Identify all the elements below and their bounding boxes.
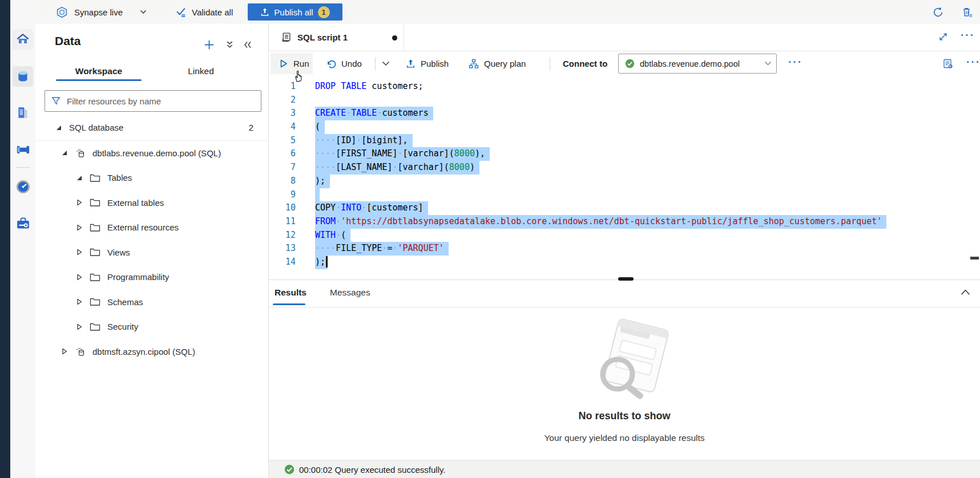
toolbar-more-actions-icon[interactable]: ···	[788, 56, 802, 68]
collapsed-arrow-icon[interactable]	[76, 274, 83, 281]
empty-state-title: No results to show	[269, 410, 980, 422]
nav-data-button[interactable]	[13, 66, 33, 87]
pool-dropdown[interactable]: dbtlabs.revenue.demo.pool	[618, 54, 777, 74]
tree-item-views[interactable]: Views	[35, 240, 268, 265]
sql-code-editor[interactable]: 1DROP TABLE customers;23CREATE·TABLE·cus…	[269, 76, 980, 282]
collapsed-arrow-icon[interactable]	[76, 249, 83, 256]
code-line-11[interactable]: 11FROM·'https://dbtlabsynapsedatalake.bl…	[269, 215, 980, 229]
unsaved-changes-dot	[392, 35, 397, 40]
tab-linked[interactable]: Linked	[178, 62, 224, 81]
pool-chevron-icon	[764, 61, 772, 66]
collapsed-arrow-icon[interactable]	[76, 224, 83, 231]
editor-tab-strip: SQL script 1 ···	[269, 24, 980, 51]
code-line-6[interactable]: 6····[FIRST_NAME]·[varchar](8000),	[269, 147, 980, 161]
publish-all-button[interactable]: Publish all 1	[248, 3, 342, 21]
tree-item-label: Tables	[107, 173, 132, 183]
line-number: 5	[269, 134, 296, 148]
discard-all-icon[interactable]	[961, 0, 973, 24]
panel-splitter-handle[interactable]	[618, 277, 634, 281]
code-line-5[interactable]: 5····[ID]·[bigint],	[269, 134, 980, 148]
code-text-selected	[315, 188, 320, 202]
collapse-panel-button[interactable]	[241, 38, 255, 51]
tab-sql-script-1[interactable]: SQL script 1	[269, 24, 404, 50]
sql-script-icon	[281, 32, 292, 43]
line-number: 14	[269, 256, 296, 269]
expand-editor-icon[interactable]	[938, 31, 949, 42]
tree-item-security[interactable]: Security	[35, 314, 268, 339]
query-plan-button[interactable]: Query plan	[469, 51, 526, 76]
tree-item-sql-database[interactable]: SQL database2	[35, 115, 268, 141]
expand-all-button[interactable]	[223, 38, 236, 51]
tab-more-actions-icon[interactable]: ···	[961, 29, 975, 42]
code-line-4[interactable]: 4(	[269, 120, 980, 134]
collapsed-arrow-icon[interactable]	[76, 298, 83, 305]
code-text-selected: );	[315, 256, 328, 269]
filter-input[interactable]	[66, 96, 261, 107]
tree-item-external-tables[interactable]: External tables	[35, 191, 268, 216]
collapsed-arrow-icon[interactable]	[61, 348, 68, 355]
tree-item-programmability[interactable]: Programmability	[35, 265, 268, 290]
folder-icon	[90, 322, 100, 331]
results-panel: Results Messages No results to s	[269, 280, 980, 460]
tab-results[interactable]: Results	[275, 280, 306, 305]
nav-home-button[interactable]	[13, 29, 33, 50]
code-line-14[interactable]: 14);	[269, 256, 980, 269]
code-text-selected: (	[315, 120, 325, 134]
line-number: 1	[269, 80, 296, 94]
document-icon	[15, 106, 30, 120]
code-line-3[interactable]: 3CREATE·TABLE·customers	[269, 107, 980, 120]
properties-button[interactable]	[942, 51, 954, 76]
tree-item-dbtmsft-azsyn-cipool-sql[interactable]: dbtmsft.azsyn.cipool (SQL)	[35, 339, 268, 364]
code-line-2[interactable]: 2	[269, 94, 980, 107]
code-line-8[interactable]: 8);	[269, 175, 980, 188]
nav-develop-button[interactable]	[13, 103, 33, 123]
nav-integrate-button[interactable]	[13, 139, 33, 160]
toolbox-icon	[15, 216, 31, 231]
overview-ruler-mark	[970, 257, 979, 260]
collapsed-arrow-icon[interactable]	[76, 323, 83, 330]
chevron-down-icon	[382, 61, 390, 66]
code-line-12[interactable]: 12WITH·(	[269, 229, 980, 242]
tree-item-dbtlabs-revenue-demo-pool-sql[interactable]: dbtlabs.revenue.demo.pool (SQL)	[35, 141, 268, 166]
line-number: 10	[269, 201, 296, 215]
nav-monitor-button[interactable]	[13, 176, 33, 197]
expanded-arrow-icon[interactable]	[55, 124, 62, 131]
code-line-9[interactable]: 9	[269, 188, 980, 202]
tab-messages[interactable]: Messages	[330, 280, 370, 305]
nav-manage-button[interactable]	[13, 213, 33, 233]
expanded-arrow-icon[interactable]	[76, 175, 83, 181]
tree-item-external-resources[interactable]: External resources	[35, 215, 268, 240]
code-text-selected: CREATE·TABLE·customers	[315, 107, 433, 120]
code-line-7[interactable]: 7····[LAST_NAME]·[varchar](8000)	[269, 161, 980, 175]
data-explorer-panel: Data Workspace Linked SQL database2dbtla…	[35, 24, 268, 478]
tree-item-tables[interactable]: Tables	[35, 165, 268, 191]
connected-check-icon	[625, 59, 635, 68]
code-line-1[interactable]: 1DROP TABLE customers;	[269, 80, 980, 94]
toolbar-overflow-icon[interactable]: ···	[966, 56, 980, 68]
run-options-chevron[interactable]	[382, 51, 390, 76]
collapsed-arrow-icon[interactable]	[76, 199, 83, 206]
code-line-10[interactable]: 10COPY·INTO·[customers]	[269, 201, 980, 215]
expanded-arrow-icon[interactable]	[61, 149, 68, 156]
text-cursor	[326, 256, 328, 268]
tree-item-label: Schemas	[107, 297, 143, 307]
publish-button[interactable]: Publish	[406, 51, 449, 76]
home-icon	[15, 32, 30, 47]
code-text-selected: WITH·(	[315, 229, 350, 242]
active-tab-underline	[56, 79, 142, 81]
tree-item-schemas[interactable]: Schemas	[35, 290, 268, 315]
filter-box	[45, 90, 261, 112]
synapse-live-selector[interactable]: Synapse live	[56, 0, 147, 24]
add-resource-button[interactable]	[202, 38, 216, 51]
refresh-icon[interactable]	[932, 0, 944, 24]
tree-item-label: Views	[107, 248, 130, 257]
tab-workspace[interactable]: Workspace	[56, 62, 142, 81]
results-tabs-divider	[269, 307, 980, 307]
validate-all-button[interactable]: Validate all	[176, 0, 233, 24]
collapse-results-icon[interactable]	[961, 289, 970, 295]
double-chevron-left-icon	[243, 40, 252, 49]
undo-button[interactable]: Undo	[326, 51, 362, 76]
code-line-13[interactable]: 13····FILE_TYPE·=·'PARQUET'	[269, 242, 980, 256]
editor-tab-title: SQL script 1	[297, 33, 348, 42]
double-chevron-down-icon	[225, 40, 234, 49]
